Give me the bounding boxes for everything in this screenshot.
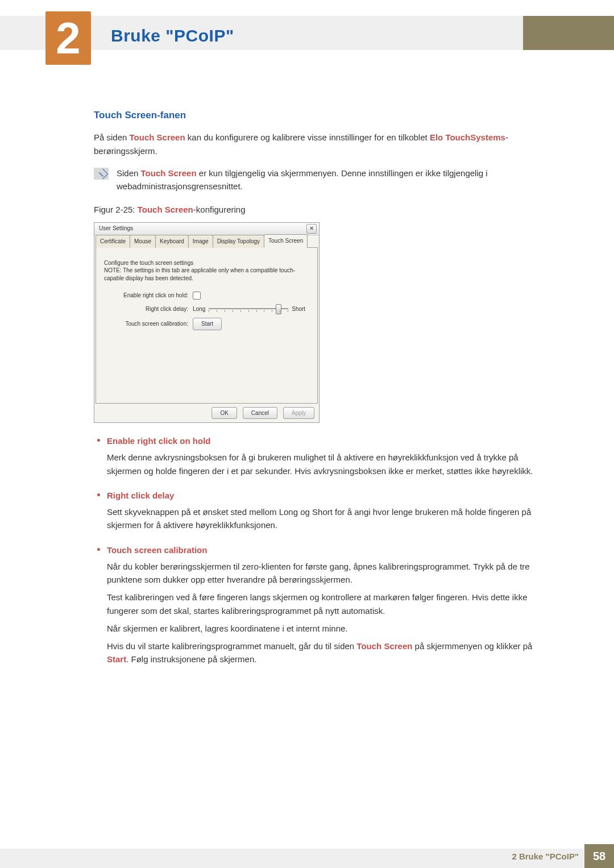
page-number: 58 [584, 844, 614, 868]
ok-button[interactable]: OK [211, 407, 237, 420]
list-item: Touch screen calibration Når du kobler b… [94, 543, 554, 671]
chapter-badge: 2 [45, 11, 91, 65]
chapter-title: Bruke "PCoIP" [111, 23, 234, 49]
bullet-text: Hvis du vil starte kalibreringsprogramme… [107, 639, 554, 666]
tab-panel: Configure the touch screen settings NOTE… [96, 247, 318, 404]
bullet-heading: Enable right click on hold [107, 434, 554, 447]
cancel-button[interactable]: Cancel [243, 407, 277, 420]
dialog-title: User Settings [99, 224, 133, 233]
header-accent [523, 16, 614, 50]
bullet-heading: Touch screen calibration [107, 543, 554, 556]
calibration-label: Touch screen calibration: [104, 319, 193, 329]
figure-caption: Figur 2-25: Touch Screen-konfigurering [94, 203, 554, 216]
bullet-text: Når skjermen er kalibrert, lagres koordi… [107, 622, 554, 635]
close-button[interactable]: ✕ [306, 224, 317, 234]
tab-strip: Certificate Mouse Keyboard Image Display… [96, 236, 318, 248]
info-note: Siden Touch Screen er kun tilgjengelig v… [94, 167, 554, 193]
panel-note: NOTE: The settings in this tab are appli… [104, 267, 309, 282]
apply-button[interactable]: Apply [283, 407, 314, 420]
bullet-icon [97, 439, 100, 442]
footer-chapter-label: 2 Bruke "PCoIP" [512, 850, 579, 863]
page-footer: 2 Bruke "PCoIP" 58 [0, 849, 614, 868]
calibration-start-button[interactable]: Start [193, 318, 222, 330]
section-heading: Touch Screen-fanen [94, 108, 554, 123]
tab-image[interactable]: Image [188, 235, 213, 248]
note-text: Siden Touch Screen er kun tilgjengelig v… [117, 167, 554, 193]
right-click-delay-label: Right click delay: [104, 305, 193, 314]
slider-max-label: Short [292, 305, 305, 314]
chapter-number: 2 [56, 4, 80, 73]
user-settings-dialog: User Settings ✕ Certificate Mouse Keyboa… [94, 222, 320, 423]
enable-right-click-checkbox[interactable] [193, 292, 201, 300]
slider-min-label: Long [193, 305, 205, 314]
bullet-icon [97, 493, 100, 496]
bullet-text: Merk denne avkrysningsboksen for å gi br… [107, 451, 554, 477]
close-icon: ✕ [309, 226, 314, 231]
enable-right-click-label: Enable right click on hold: [104, 291, 193, 300]
slider-thumb[interactable] [276, 304, 281, 314]
intro-paragraph: På siden Touch Screen kan du konfigurere… [94, 131, 554, 157]
panel-heading: Configure the touch screen settings [104, 259, 309, 267]
right-click-delay-slider[interactable] [209, 308, 288, 309]
tab-certificate[interactable]: Certificate [96, 235, 130, 248]
main-content: Touch Screen-fanen På siden Touch Screen… [94, 108, 554, 672]
bullet-text: Når du kobler berøringsskjermen til zero… [107, 560, 554, 587]
tab-keyboard[interactable]: Keyboard [155, 235, 189, 248]
note-icon [94, 168, 109, 180]
dialog-titlebar[interactable]: User Settings ✕ [94, 223, 319, 235]
bullet-heading: Right click delay [107, 489, 554, 502]
bullet-text: Sett skyveknappen på et ønsket sted mell… [107, 505, 554, 532]
tab-mouse[interactable]: Mouse [130, 235, 156, 248]
list-item: Enable right click on hold Merk denne av… [94, 434, 554, 482]
header-band [0, 16, 614, 50]
list-item: Right click delay Sett skyveknappen på e… [94, 489, 554, 537]
tab-display-topology[interactable]: Display Topology [213, 235, 264, 248]
tab-touch-screen[interactable]: Touch Screen [264, 234, 308, 248]
bullet-text: Test kalibreringen ved å føre fingeren l… [107, 591, 554, 617]
bullet-list: Enable right click on hold Merk denne av… [94, 434, 554, 671]
bullet-icon [97, 548, 100, 551]
